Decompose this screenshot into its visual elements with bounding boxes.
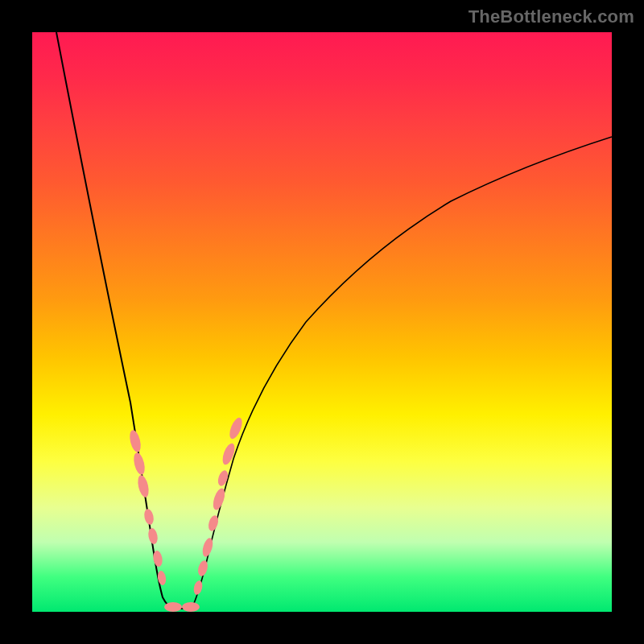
bead-marker xyxy=(200,537,214,558)
bead-marker xyxy=(143,508,155,526)
bead-marker xyxy=(147,527,159,545)
bead-marker xyxy=(164,602,182,612)
curve-right xyxy=(192,137,612,609)
watermark-text: TheBottleneck.com xyxy=(469,6,634,27)
curve-layer xyxy=(32,32,612,612)
bead-marker xyxy=(128,429,142,453)
bead-marker xyxy=(132,452,147,476)
bead-marker xyxy=(136,474,151,498)
plot-area xyxy=(32,32,612,612)
bead-marker xyxy=(192,580,204,596)
bead-marker xyxy=(196,559,209,577)
curve-left xyxy=(56,32,174,609)
bead-marker xyxy=(157,570,167,585)
bead-marker xyxy=(182,602,200,612)
chart-stage: TheBottleneck.com xyxy=(0,0,644,644)
